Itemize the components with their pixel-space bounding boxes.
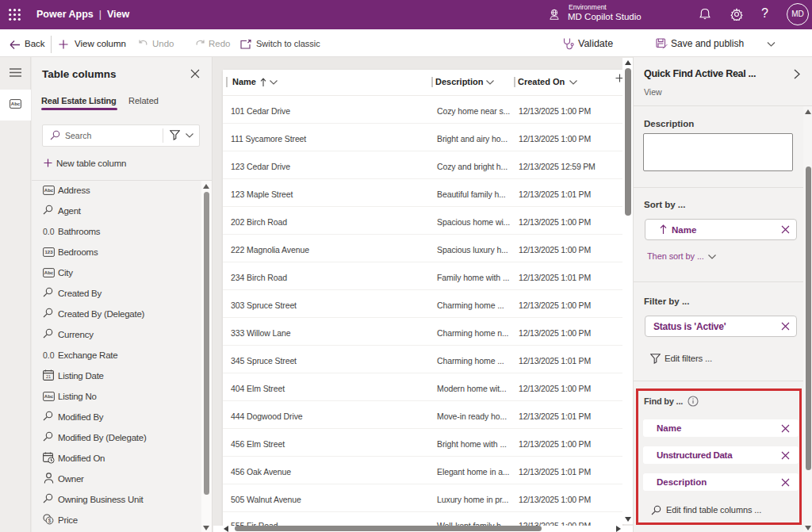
svg-text:0.0: 0.0 <box>43 350 55 360</box>
svg-text:Abc: Abc <box>11 101 21 106</box>
svg-text:Abc: Abc <box>44 270 53 275</box>
svg-text:0.0: 0.0 <box>43 227 55 236</box>
svg-text:Abc: Abc <box>44 394 53 399</box>
svg-text:21: 21 <box>46 374 51 379</box>
svg-text:123: 123 <box>44 250 53 255</box>
svg-text:$: $ <box>48 518 52 523</box>
svg-text:Abc: Abc <box>44 188 53 193</box>
